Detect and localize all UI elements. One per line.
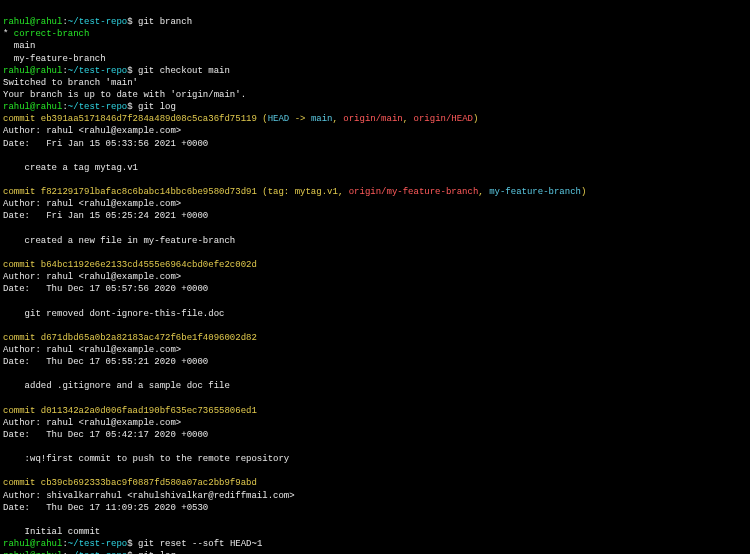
author-line: Author: shivalkarrahul <rahulshivalkar@r… [3,491,295,501]
author-line: Author: rahul <rahul@example.com> [3,199,181,209]
prompt: rahul@rahul:~/test-repo$ [3,102,133,112]
date-line: Date: Thu Dec 17 05:57:56 2020 +0000 [3,284,208,294]
branch-star: * [3,29,8,39]
date-line: Date: Thu Dec 17 11:09:25 2020 +0530 [3,503,208,513]
commit-msg: Initial commit [3,527,100,537]
prompt: rahul@rahul:~/test-repo$ [3,539,133,549]
author-line: Author: rahul <rahul@example.com> [3,126,181,136]
output-line: Switched to branch 'main' [3,78,138,88]
command: git branch [138,17,192,27]
commit-line: commit f82129179lbafac8c6babc14bbc6be958… [3,187,262,197]
command: git log [138,102,176,112]
commit-msg: git removed dont-ignore-this-file.doc [3,309,224,319]
terminal[interactable]: rahul@rahul:~/test-repo$ git branch * co… [0,0,750,554]
commit-line: commit eb391aa5171846d7f284a489d08c5ca36… [3,114,262,124]
branch-current: correct-branch [14,29,90,39]
output-line: Your branch is up to date with 'origin/m… [3,90,246,100]
branch-item: my-feature-branch [14,54,106,64]
author-line: Author: rahul <rahul@example.com> [3,272,181,282]
date-line: Date: Fri Jan 15 05:25:24 2021 +0000 [3,211,208,221]
commit-msg: create a tag mytag.v1 [3,163,138,173]
commit-line: commit cb39cb692333bac9f0887fd580a07ac2b… [3,478,257,488]
author-line: Author: rahul <rahul@example.com> [3,345,181,355]
author-line: Author: rahul <rahul@example.com> [3,418,181,428]
prompt: rahul@rahul:~/test-repo$ [3,66,133,76]
date-line: Date: Fri Jan 15 05:33:56 2021 +0000 [3,139,208,149]
commit-msg: :wq!first commit to push to the remote r… [3,454,289,464]
date-line: Date: Thu Dec 17 05:55:21 2020 +0000 [3,357,208,367]
commit-line: commit d011342a2a0d006faad190bf635ec7365… [3,406,257,416]
prompt: rahul@rahul:~/test-repo$ [3,17,133,27]
commit-line: commit b64bc1192e6e2133cd4555e6964cbd0ef… [3,260,257,270]
command: git reset --soft HEAD~1 [138,539,262,549]
commit-line: commit d671dbd65a0b2a82183ac472f6be1f409… [3,333,257,343]
commit-msg: created a new file in my-feature-branch [3,236,235,246]
date-line: Date: Thu Dec 17 05:42:17 2020 +0000 [3,430,208,440]
branch-item: main [14,41,36,51]
commit-msg: added .gitignore and a sample doc file [3,381,230,391]
command: git checkout main [138,66,230,76]
